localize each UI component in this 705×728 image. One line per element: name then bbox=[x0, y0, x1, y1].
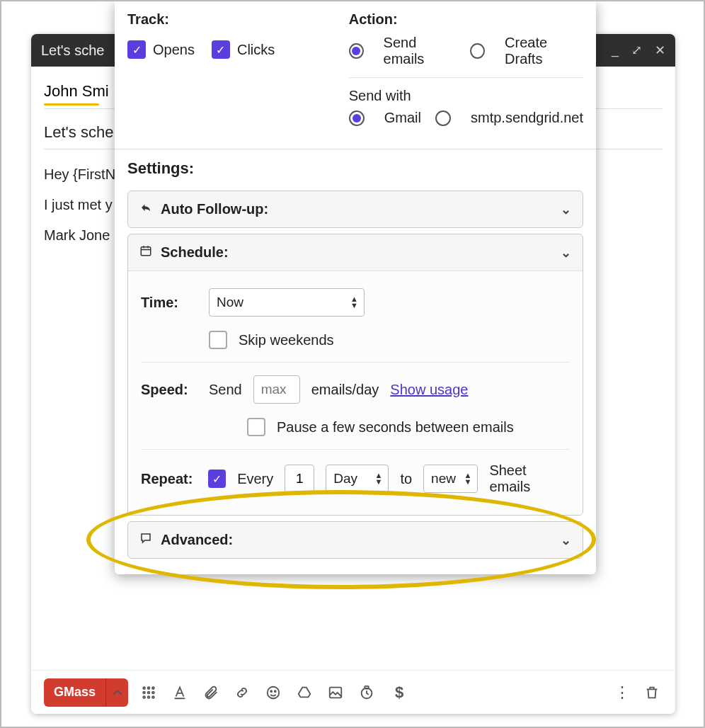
chevron-down-icon: ⌄ bbox=[561, 533, 571, 548]
reply-icon bbox=[139, 201, 152, 217]
compose-toolbar: GMass bbox=[31, 670, 675, 714]
expand-icon[interactable]: ⤢ bbox=[631, 42, 642, 58]
select-caret-icon: ▲▼ bbox=[464, 472, 472, 485]
svg-point-11 bbox=[270, 690, 272, 692]
schedule-title: Schedule: bbox=[161, 244, 229, 261]
speed-send-text: Send bbox=[209, 382, 242, 398]
emoji-icon[interactable] bbox=[265, 685, 284, 700]
track-opens-checkbox[interactable]: ✓ bbox=[127, 40, 146, 59]
track-label: Track: bbox=[127, 11, 335, 28]
action-send-radio[interactable] bbox=[349, 43, 364, 59]
svg-point-0 bbox=[143, 687, 145, 689]
repeat-checkbox[interactable]: ✓ bbox=[208, 470, 227, 488]
speed-label: Speed: bbox=[141, 382, 197, 398]
gmass-button-label: GMass bbox=[44, 678, 105, 707]
settings-title: Settings: bbox=[127, 149, 583, 185]
action-send-label: Send emails bbox=[384, 35, 457, 67]
repeat-to-text: to bbox=[400, 471, 412, 487]
attachment-icon[interactable] bbox=[203, 685, 222, 700]
divider bbox=[141, 362, 570, 363]
sendwith-gmail-radio[interactable] bbox=[349, 110, 365, 126]
sendwith-gmail-label: Gmail bbox=[384, 110, 421, 126]
repeat-every-text: Every bbox=[237, 471, 273, 487]
show-usage-link[interactable]: Show usage bbox=[390, 382, 468, 398]
svg-point-7 bbox=[148, 696, 150, 698]
schedule-section: Schedule: ⌄ Time: Now ▲▼ Skip weekends bbox=[127, 234, 583, 516]
comment-icon bbox=[139, 532, 152, 548]
schedule-toggle[interactable]: Schedule: ⌄ bbox=[128, 234, 583, 271]
calendar-icon bbox=[139, 244, 152, 261]
autofollowup-section: Auto Follow-up: ⌄ bbox=[127, 190, 583, 228]
close-icon[interactable]: ✕ bbox=[655, 42, 665, 58]
track-opens-label: Opens bbox=[153, 42, 195, 58]
link-icon[interactable] bbox=[234, 685, 253, 700]
time-select[interactable]: Now ▲▼ bbox=[209, 288, 365, 317]
speed-max-input[interactable] bbox=[253, 375, 300, 404]
money-icon[interactable]: $ bbox=[390, 683, 408, 702]
svg-rect-16 bbox=[141, 247, 151, 256]
repeat-scope-select[interactable]: new ▲▼ bbox=[423, 465, 478, 493]
confidential-icon[interactable] bbox=[359, 685, 377, 700]
divider bbox=[349, 77, 583, 78]
sendwith-smtp-label: smtp.sendgrid.net bbox=[471, 110, 583, 126]
trash-icon[interactable] bbox=[644, 685, 663, 700]
skip-weekends-checkbox[interactable] bbox=[209, 331, 227, 349]
action-label: Action: bbox=[349, 11, 583, 28]
repeat-suffix: Sheet emails bbox=[489, 462, 570, 495]
sendwith-smtp-radio[interactable] bbox=[435, 110, 451, 126]
divider bbox=[141, 449, 570, 450]
compose-title: Let's sche bbox=[41, 42, 104, 59]
minimize-icon[interactable]: _ bbox=[612, 42, 619, 58]
more-options-icon[interactable]: ⋮ bbox=[613, 683, 631, 702]
svg-point-2 bbox=[152, 687, 154, 689]
gmass-settings-panel: Track: ✓ Opens ✓ Clicks Action: Send e bbox=[115, 1, 596, 574]
chevron-down-icon: ⌄ bbox=[561, 245, 571, 261]
svg-point-10 bbox=[268, 686, 280, 698]
svg-point-1 bbox=[148, 687, 150, 689]
repeat-number-input[interactable] bbox=[285, 465, 314, 493]
track-clicks-label: Clicks bbox=[237, 42, 275, 58]
repeat-scope-value: new bbox=[431, 471, 456, 487]
spellcheck-underline bbox=[44, 103, 99, 106]
time-label: Time: bbox=[141, 295, 197, 311]
font-icon[interactable] bbox=[172, 685, 190, 700]
repeat-row: Repeat: ✓ Every Day ▲▼ to new ▲▼ Sheet e… bbox=[141, 455, 570, 502]
svg-rect-15 bbox=[365, 686, 369, 688]
track-clicks-checkbox[interactable]: ✓ bbox=[212, 40, 230, 59]
action-drafts-radio[interactable] bbox=[470, 43, 485, 59]
svg-point-8 bbox=[152, 696, 154, 698]
svg-point-6 bbox=[143, 696, 145, 698]
advanced-title: Advanced: bbox=[161, 532, 233, 548]
advanced-toggle[interactable]: Advanced: ⌄ bbox=[128, 522, 583, 558]
autofollowup-toggle[interactable]: Auto Follow-up: ⌄ bbox=[128, 191, 583, 227]
svg-point-5 bbox=[152, 691, 154, 693]
speed-suffix: emails/day bbox=[311, 382, 379, 398]
select-caret-icon: ▲▼ bbox=[350, 296, 358, 309]
formatting-grid-icon[interactable] bbox=[141, 685, 159, 700]
repeat-label: Repeat: bbox=[141, 471, 197, 487]
select-caret-icon: ▲▼ bbox=[375, 472, 383, 485]
repeat-unit-value: Day bbox=[333, 471, 357, 487]
skip-weekends-label: Skip weekends bbox=[239, 332, 334, 348]
time-value: Now bbox=[217, 295, 243, 310]
sendwith-label: Send with bbox=[349, 88, 583, 104]
gmass-dropdown-toggle[interactable] bbox=[105, 678, 128, 707]
svg-point-4 bbox=[148, 691, 150, 693]
advanced-section: Advanced: ⌄ bbox=[127, 521, 583, 559]
pause-label: Pause a few seconds between emails bbox=[277, 419, 514, 436]
autofollowup-title: Auto Follow-up: bbox=[161, 201, 268, 217]
action-drafts-label: Create Drafts bbox=[505, 35, 583, 67]
svg-point-3 bbox=[143, 691, 145, 693]
image-icon[interactable] bbox=[328, 685, 346, 700]
chevron-down-icon: ⌄ bbox=[561, 202, 571, 217]
svg-point-12 bbox=[275, 690, 276, 692]
pause-checkbox[interactable] bbox=[247, 418, 265, 436]
gmass-send-button[interactable]: GMass bbox=[44, 678, 128, 707]
repeat-unit-select[interactable]: Day ▲▼ bbox=[326, 465, 389, 493]
drive-icon[interactable] bbox=[297, 685, 315, 700]
